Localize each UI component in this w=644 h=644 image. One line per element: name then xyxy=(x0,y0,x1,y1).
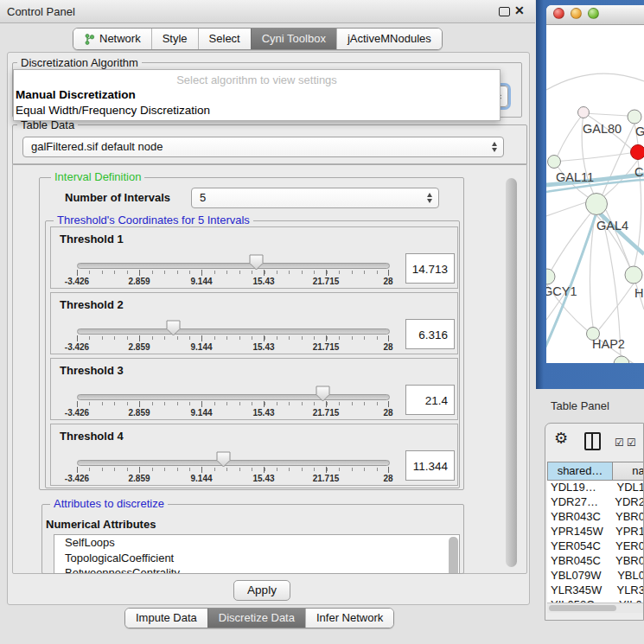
network-node-g[interactable] xyxy=(628,110,641,124)
slider-scale-label: 15.43 xyxy=(252,474,274,483)
threshold-2-row: Threshold 2-3.4262.8599.14415.4321.71528… xyxy=(50,292,458,354)
threshold-label: Threshold 1 xyxy=(60,233,124,245)
table-row[interactable]: YBR045CYBR0 xyxy=(547,554,644,569)
vertical-scrollbar[interactable] xyxy=(506,178,517,567)
apply-button[interactable]: Apply xyxy=(233,580,290,601)
node-label: C xyxy=(634,165,643,179)
network-node-gal11[interactable] xyxy=(548,156,561,169)
interval-definition-label: Interval Definition xyxy=(51,171,144,183)
column-browser-icon[interactable] xyxy=(584,432,601,450)
tab-select[interactable]: Select xyxy=(198,29,251,49)
attribute-item-topologicalcoefficient[interactable]: TopologicalCoefficient xyxy=(54,551,459,566)
number-of-intervals-label: Number of Intervals xyxy=(65,191,170,204)
table-row[interactable]: YBR043CYBR0 xyxy=(547,510,644,525)
threshold-value-field[interactable]: 14.713 xyxy=(405,253,455,284)
slider-scale-label: 15.43 xyxy=(252,277,274,286)
tab-cyni-toolbox[interactable]: Cyni Toolbox xyxy=(251,29,336,49)
dropdown-item-manual-discretization[interactable]: Manual Discretization xyxy=(14,87,500,103)
table-data-combo[interactable]: galFiltered.sif default node xyxy=(22,137,504,157)
node-label: G xyxy=(635,124,644,138)
column-header-shared[interactable]: shared… xyxy=(547,462,613,481)
threshold-slider-thumb[interactable] xyxy=(249,254,264,271)
cell-shared-name: YBL079W xyxy=(547,569,611,583)
network-node-h[interactable] xyxy=(625,266,642,284)
tab-label: Impute Data xyxy=(136,608,197,628)
threshold-slider-track[interactable] xyxy=(77,460,390,466)
threshold-slider-track[interactable] xyxy=(77,328,390,335)
table-row[interactable]: YDL19…YDL1 xyxy=(547,481,644,495)
threshold-slider-track[interactable] xyxy=(77,263,390,269)
attribute-item-selfloops[interactable]: SelfLoops xyxy=(54,535,459,551)
threshold-value-field[interactable]: 6.316 xyxy=(405,319,455,349)
threshold-slider-thumb[interactable] xyxy=(166,320,181,336)
slider-scale-label: 9.144 xyxy=(190,277,212,286)
checkbox-icon[interactable]: ☑ xyxy=(615,437,624,449)
cell-shared-name: YDL19… xyxy=(547,481,610,495)
table-row[interactable]: YDR27…YDR2 xyxy=(547,495,644,510)
slider-scale-label: -3.426 xyxy=(65,474,89,483)
table-data-combo-value: galFiltered.sif default node xyxy=(31,140,163,153)
network-node[interactable] xyxy=(614,356,629,363)
cell-shared-name: YPR145W xyxy=(547,525,609,539)
bottom-tab-impute-data[interactable]: Impute Data xyxy=(125,609,207,628)
close-icon[interactable]: ✕ xyxy=(514,3,525,17)
combo-arrows-icon xyxy=(492,142,497,152)
slider-scale-label: 9.144 xyxy=(190,342,212,352)
horizontal-scrollbar-thumb[interactable] xyxy=(549,605,616,611)
float-window-icon[interactable] xyxy=(499,7,510,16)
slider-scale-label: 2.859 xyxy=(128,342,150,352)
bottom-tab-discretize-data[interactable]: Discretize Data xyxy=(207,609,305,628)
threshold-value-field[interactable]: 11.344 xyxy=(405,450,455,481)
tab-network[interactable]: Network xyxy=(73,29,151,49)
bottom-tab-bar: Impute DataDiscretize DataInfer Network xyxy=(124,608,394,628)
cell-name: YDR2 xyxy=(609,495,644,510)
slider-scale-label: 21.715 xyxy=(313,342,340,352)
settings-gear-icon[interactable]: ⚙ xyxy=(554,429,568,448)
table-row[interactable]: YBL079WYBL0 xyxy=(547,569,644,583)
bottom-tab-infer-network[interactable]: Infer Network xyxy=(305,609,393,628)
slider-scale-label: 9.144 xyxy=(190,408,212,418)
tab-label: Style xyxy=(163,29,188,49)
table-data-label: Table Data xyxy=(17,119,78,131)
number-of-intervals-combo[interactable]: 5 xyxy=(191,188,439,208)
slider-scale-label: 28 xyxy=(383,474,392,483)
node-label: GAL4 xyxy=(596,219,628,233)
cell-name: YER0 xyxy=(609,539,644,554)
network-node-gal4[interactable] xyxy=(586,194,608,215)
threshold-value-field[interactable]: 21.4 xyxy=(405,385,455,415)
threshold-slider-thumb[interactable] xyxy=(316,386,330,402)
slider-scale-label: 28 xyxy=(383,277,392,286)
horizontal-scrollbar[interactable] xyxy=(547,603,644,613)
network-icon xyxy=(84,33,95,46)
table-row[interactable]: YER054CYER0 xyxy=(547,539,644,554)
slider-major-ticks xyxy=(77,401,389,407)
node-label: GCY1 xyxy=(546,284,577,298)
threshold-slider-thumb[interactable] xyxy=(216,451,231,468)
table-row[interactable]: YPR145WYPR1 xyxy=(547,525,644,539)
minimize-button[interactable] xyxy=(571,8,582,19)
tab-style[interactable]: Style xyxy=(151,29,198,49)
list-scrollbar[interactable] xyxy=(449,537,458,574)
threshold-3-row: Threshold 3-3.4262.8599.14415.4321.71528… xyxy=(50,358,458,420)
network-node-gal80[interactable] xyxy=(578,107,590,118)
tab-label: Discretize Data xyxy=(219,608,295,628)
tab-label: Infer Network xyxy=(316,608,383,628)
checkbox-icon[interactable]: ☑ xyxy=(627,437,636,449)
close-button[interactable] xyxy=(553,8,564,19)
zoom-button[interactable] xyxy=(588,8,599,19)
attribute-item-betweennesscentrality[interactable]: BetweennessCentrality xyxy=(54,565,459,574)
tab-jactivemnodules[interactable]: jActiveMNodules xyxy=(336,29,442,49)
column-header-na[interactable]: na xyxy=(613,462,644,481)
table-row[interactable]: YLR345WYLR3 xyxy=(547,583,644,598)
network-node-gcy1[interactable] xyxy=(546,269,555,284)
slider-scale-label: 9.144 xyxy=(190,474,212,483)
panel-title: Control Panel xyxy=(7,5,75,18)
tab-label: Select xyxy=(209,29,240,49)
threshold-slider-track[interactable] xyxy=(77,394,390,400)
numerical-attributes-list[interactable]: SelfLoopsTopologicalCoefficientBetweenne… xyxy=(54,534,460,574)
network-node-c[interactable] xyxy=(631,145,644,160)
slider-scale-label: 21.715 xyxy=(313,277,340,286)
dropdown-item-equal-width-frequency-discretization[interactable]: Equal Width/Frequency Discretization xyxy=(14,103,500,118)
network-canvas[interactable]: GAL80GCGAL11GAL4GCY1HHAP2 xyxy=(546,24,644,363)
slider-scale-label: 28 xyxy=(383,408,392,418)
